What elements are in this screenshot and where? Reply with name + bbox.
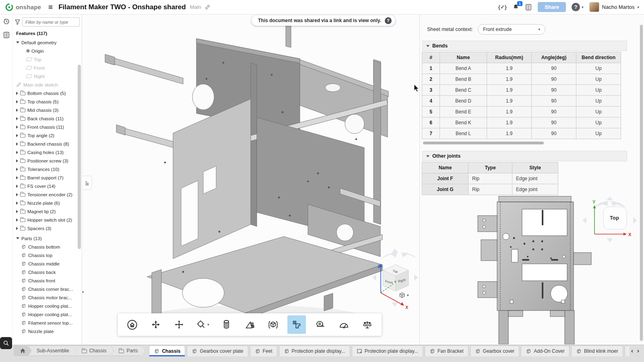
user-menu[interactable]: Nacho Martos ▾ xyxy=(589,2,639,12)
part-item[interactable]: Chassis motor brac... xyxy=(16,293,82,302)
magnifier-overlay[interactable] xyxy=(0,337,12,349)
chevron-right-icon[interactable] xyxy=(16,227,18,230)
banner-help-icon[interactable]: ? xyxy=(385,17,392,24)
standard-views-button[interactable] xyxy=(264,315,283,334)
appearance-button[interactable] xyxy=(240,315,259,334)
next-tabs-arrow[interactable]: › xyxy=(637,347,639,354)
bend-row[interactable]: 5 Bend E 1.9 90 Up xyxy=(422,107,644,117)
joint-row[interactable]: Joint F Rip Edge joint xyxy=(422,173,644,184)
parts-section[interactable]: Parts (13) xyxy=(16,234,82,243)
help-menu[interactable]: ? ▾ xyxy=(572,3,584,11)
part-item[interactable]: Nozzle plate xyxy=(16,327,82,335)
bend-row[interactable]: 1 Bend A 1.9 90 Up xyxy=(422,63,644,74)
sheet-metal-context-select[interactable]: Front extrude ▾ xyxy=(478,24,545,35)
scrollbar-thumb[interactable] xyxy=(640,25,643,341)
chevron-right-icon[interactable] xyxy=(16,92,18,95)
part-item[interactable]: Chassis top xyxy=(16,251,82,259)
feature-folder[interactable]: FS cover (14) xyxy=(16,182,82,190)
feature-origin[interactable]: Origin xyxy=(16,47,82,55)
feature-folder[interactable]: Top chassis (5) xyxy=(16,97,82,106)
feature-plane-front[interactable]: Front xyxy=(16,64,82,72)
feature-folder[interactable]: Back chassis (11) xyxy=(16,114,82,123)
bend-row[interactable]: 3 Bend C 1.9 90 Up xyxy=(422,85,644,96)
chevron-right-icon[interactable] xyxy=(16,117,18,120)
feature-folder[interactable]: Nozzle plate (6) xyxy=(16,199,82,207)
feature-sketch[interactable]: Main side sketch xyxy=(16,80,82,89)
version-history-icon[interactable] xyxy=(3,18,10,25)
document-tab[interactable]: Chassis_Front bracket xyxy=(625,346,630,356)
section-view-button[interactable] xyxy=(217,315,235,334)
document-tab[interactable]: Chassis xyxy=(149,346,185,356)
chevron-right-icon[interactable] xyxy=(16,125,18,129)
hamburger-menu-icon[interactable]: ≡ xyxy=(48,3,53,12)
chevron-right-icon[interactable] xyxy=(16,168,18,171)
chevron-right-icon[interactable] xyxy=(16,159,18,162)
feature-default-geometry[interactable]: Default geometry xyxy=(16,38,82,47)
sidebar-collapse-handle[interactable] xyxy=(83,176,92,190)
flat-cube-face-top[interactable]: Top xyxy=(610,215,619,221)
bend-row[interactable]: 2 Bend B 1.9 90 Up xyxy=(422,74,644,85)
view-cube[interactable]: Top Front Right Z X Y xyxy=(370,245,419,310)
chevron-right-icon[interactable] xyxy=(16,193,18,196)
part-item[interactable]: Chassis bottom xyxy=(16,243,82,251)
home-view-button[interactable] xyxy=(123,315,141,334)
filter-input[interactable] xyxy=(22,17,80,27)
scrollbar-thumb[interactable] xyxy=(423,142,544,144)
bends-h-scrollbar[interactable] xyxy=(422,141,627,145)
document-tab[interactable]: Protection plate display... xyxy=(352,346,423,356)
document-tab[interactable]: Protection plate display... xyxy=(279,346,350,356)
chevron-right-icon[interactable] xyxy=(16,109,18,112)
part-item[interactable]: Hopper cooling plat... xyxy=(16,302,82,310)
measure-button[interactable] xyxy=(311,315,330,334)
chevron-right-icon[interactable] xyxy=(16,134,18,137)
chevron-right-icon[interactable] xyxy=(16,218,18,222)
breadcrumb-sub-assemblie[interactable]: Sub-Assemblie xyxy=(29,346,76,356)
bend-row[interactable]: 4 Bend D 1.9 90 Up xyxy=(422,96,644,107)
3d-viewport[interactable]: This document was shared via a link and … xyxy=(83,14,419,345)
part-item[interactable]: Chassis back xyxy=(16,268,82,276)
document-tab[interactable]: Add-On Cover xyxy=(521,346,570,356)
feature-folder[interactable]: Tensioner encoder (2) xyxy=(16,190,82,199)
breadcrumb-chassis[interactable]: Chassis xyxy=(74,346,114,356)
onshape-logo[interactable]: onshape xyxy=(5,3,41,12)
feature-list-icon[interactable] xyxy=(3,31,10,39)
document-tab[interactable]: Fan Bracket xyxy=(425,346,469,356)
breadcrumb-parts[interactable]: Parts xyxy=(111,346,145,356)
feature-folder[interactable]: Front chassis (11) xyxy=(16,123,82,131)
feature-folder[interactable]: Spacers (3) xyxy=(16,224,82,232)
feature-folder[interactable]: Top angle (2) xyxy=(16,131,82,140)
feature-folder[interactable]: Casing holes (13) xyxy=(16,148,82,156)
feature-plane-top[interactable]: Top xyxy=(16,55,82,64)
bend-row[interactable]: 6 Bend K 1.9 90 Up xyxy=(422,117,644,128)
notifications-button[interactable]: 1 xyxy=(512,4,519,10)
document-tab[interactable]: Blind klink moer xyxy=(571,346,623,356)
part-item[interactable]: Hopper cooling plat... xyxy=(16,310,82,319)
share-button[interactable]: Share xyxy=(538,2,566,12)
feature-folder[interactable]: Positioner screw (3) xyxy=(16,156,82,165)
part-item[interactable]: Chassis middle xyxy=(16,259,82,268)
feature-folder[interactable]: Tolerances (10) xyxy=(16,165,82,173)
feature-plane-right[interactable]: Right xyxy=(16,72,82,80)
document-tab[interactable]: Gearbox cover xyxy=(470,346,520,356)
mass-properties-button[interactable] xyxy=(358,315,377,334)
document-tab[interactable]: Gearbox cover plate xyxy=(187,346,248,356)
part-item[interactable]: Filament sensor top... xyxy=(16,319,82,327)
other-joints-section-header[interactable]: Other joints xyxy=(422,151,627,161)
zoom-button[interactable]: ▾ xyxy=(194,315,212,334)
feature-folder[interactable]: Magnet lip (2) xyxy=(16,207,82,216)
chevron-right-icon[interactable] xyxy=(16,176,18,179)
chevron-right-icon[interactable] xyxy=(16,202,18,205)
bend-row[interactable]: 7 Bend L 1.9 90 Up xyxy=(422,128,644,139)
scrollbar-thumb[interactable] xyxy=(78,65,81,249)
flat-view-cube[interactable]: Top Y X xyxy=(579,194,640,245)
feature-folder[interactable]: Bottom chassis (5) xyxy=(16,89,82,97)
feature-folder[interactable]: Mid chassis (3) xyxy=(16,106,82,114)
part-item[interactable]: Chassis corner brac... xyxy=(16,285,82,293)
feature-folder[interactable]: Barrel support (7) xyxy=(16,173,82,182)
part-item[interactable]: Chassis front xyxy=(16,276,82,285)
document-tab[interactable]: Feet xyxy=(250,346,277,356)
featurescript-icon[interactable]: {✓} xyxy=(498,4,507,10)
view-cube-menu[interactable]: ▾ xyxy=(399,292,409,298)
feature-folder[interactable]: Hopper switch slot (2) xyxy=(16,216,82,224)
pan-button[interactable] xyxy=(170,315,188,334)
